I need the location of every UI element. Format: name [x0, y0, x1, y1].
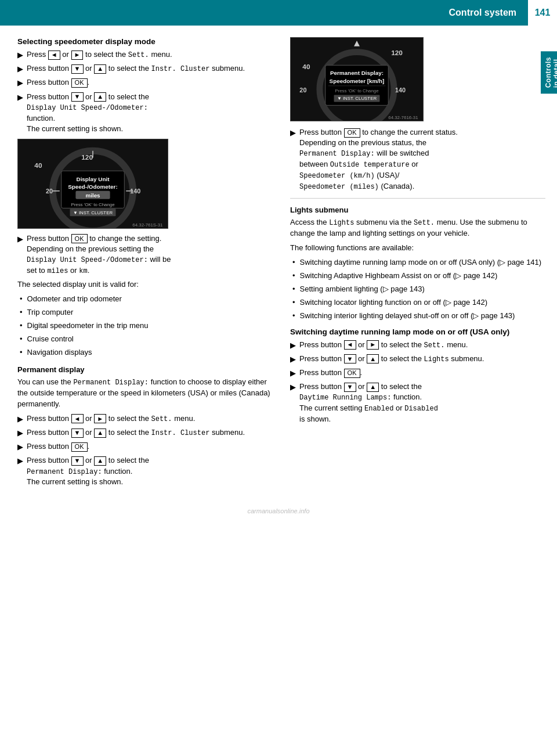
perm-step-3: ▶ Press button OK.: [17, 441, 273, 452]
lights-bullet-5-text: Switching interior lighting delayed shut…: [300, 311, 515, 321]
svg-text:40: 40: [302, 63, 310, 71]
valid-text: The selected display unit is valid for:: [17, 279, 273, 290]
btn-ok-r[interactable]: OK: [344, 128, 360, 138]
dot-icon: •: [292, 311, 295, 321]
btn-right-d[interactable]: ►: [367, 340, 379, 350]
btn-up-p[interactable]: ▲: [94, 429, 106, 438]
perm-step-2-text: Press button ▼ or ▲ to select the Instr.…: [27, 427, 245, 438]
arrow-icon: ▶: [17, 428, 23, 438]
svg-text:▼ INST. CLUSTER: ▼ INST. CLUSTER: [337, 96, 377, 101]
btn-down-d4[interactable]: ▼: [344, 383, 356, 392]
step-3-text: Press button OK.: [27, 77, 89, 88]
svg-text:20: 20: [46, 188, 53, 195]
svg-text:miles: miles: [85, 192, 100, 199]
svg-text:64.32-7616-31: 64.32-7616-31: [388, 115, 418, 120]
svg-text:20: 20: [299, 87, 306, 93]
section-daytime: Switching daytime running lamp mode on o…: [290, 327, 545, 425]
mono-speedo-miles: Speedometer (miles): [299, 183, 379, 191]
btn-down-1[interactable]: ▼: [71, 64, 84, 74]
step-5: ▶ Press button OK to change the setting.…: [17, 233, 273, 276]
daytime-step-3: ▶ Press button OK.: [290, 368, 545, 379]
dot-icon: •: [20, 347, 23, 358]
perm-step-3-text: Press button OK.: [27, 441, 89, 452]
mono-miles: miles: [47, 267, 68, 275]
lights-intro: Access the Lights submenu via the Sett. …: [290, 217, 545, 239]
btn-down-2[interactable]: ▼: [71, 92, 84, 102]
daytime-step-1-text: Press button ◄ or ► to select the Sett. …: [299, 340, 468, 351]
btn-ok-1[interactable]: OK: [71, 78, 88, 88]
dot-icon: •: [292, 284, 295, 294]
side-tab-label: Controls in detail: [541, 51, 557, 93]
btn-down-d[interactable]: ▼: [344, 354, 356, 363]
daytime-step-2: ▶ Press button ▼ or ▲ to select the Ligh…: [290, 354, 545, 365]
btn-down-p[interactable]: ▼: [71, 429, 84, 438]
lights-bullet-2: • Switching Adaptive Highbeam Assist on …: [290, 271, 545, 281]
btn-ok-p[interactable]: OK: [71, 442, 88, 452]
lights-bullet-1-text: Switching daytime running lamp mode on o…: [300, 257, 542, 268]
arrow-icon: ▶: [290, 354, 296, 365]
step-1-text: Press ◄ or ► to select the Sett. menu.: [27, 49, 172, 60]
step-4-text: Press button ▼ or ▲ to select the Displa…: [27, 92, 149, 134]
mono-instr-p: Instr. Cluster: [151, 429, 210, 437]
mono-sett-p: Sett.: [151, 415, 172, 423]
svg-text:Permanent Display:: Permanent Display:: [330, 70, 384, 76]
arrow-icon: ▶: [17, 64, 23, 74]
step-2: ▶ Press button ▼ or ▲ to select the Inst…: [17, 63, 273, 74]
step-2-text: Press button ▼ or ▲ to select the Instr.…: [27, 63, 245, 74]
lights-heading: Lights submenu: [290, 206, 545, 214]
svg-marker-17: [354, 41, 360, 46]
arrow-icon: ▶: [17, 456, 23, 466]
btn-up-2[interactable]: ▲: [94, 92, 106, 102]
bullet-nav-text: Navigation displays: [27, 347, 92, 358]
arrow-icon: ▶: [290, 382, 296, 393]
btn-right-1[interactable]: ►: [71, 51, 84, 60]
mono-km: km: [79, 267, 87, 275]
btn-left-1[interactable]: ◄: [48, 51, 60, 60]
btn-ok-2[interactable]: OK: [71, 234, 88, 243]
bullet-digital-speedo: • Digital speedometer in the trip menu: [17, 321, 273, 331]
section-permanent-display: Permanent display You can use the Perman…: [17, 365, 273, 488]
bullet-digital-speedo-text: Digital speedometer in the trip menu: [27, 321, 149, 331]
btn-left-d[interactable]: ◄: [344, 340, 356, 350]
btn-left-p1[interactable]: ◄: [71, 414, 84, 423]
btn-up-1[interactable]: ▲: [94, 64, 106, 74]
svg-text:▼ INST. CLUSTER: ▼ INST. CLUSTER: [73, 210, 113, 215]
lights-bullet-4-text: Switching locator lighting function on o…: [300, 297, 487, 308]
bullet-nav: • Navigation displays: [17, 347, 273, 358]
dot-icon: •: [292, 257, 295, 268]
section-speedometer: Selecting speedometer display mode ▶ Pre…: [17, 37, 273, 358]
arrow-icon: ▶: [17, 50, 23, 60]
svg-text:64.32-761S-31: 64.32-761S-31: [132, 222, 162, 228]
dot-icon: •: [20, 321, 23, 331]
svg-text:140: 140: [395, 87, 406, 93]
btn-right-p1[interactable]: ►: [94, 414, 106, 423]
arrow-icon: ▶: [290, 128, 296, 138]
svg-text:40: 40: [34, 161, 42, 170]
svg-text:Display Unit: Display Unit: [77, 176, 110, 182]
header-title: Control system: [449, 8, 516, 18]
mono-display-unit: Display Unit Speed-/Odometer:: [27, 104, 148, 112]
mono-daytime-lamps: Daytime Running Lamps:: [299, 394, 391, 402]
lights-bullet-1: • Switching daytime running lamp mode on…: [290, 257, 545, 268]
right-after-image-text: Press button OK to change the current st…: [299, 127, 458, 192]
btn-up-d[interactable]: ▲: [367, 354, 379, 363]
arrow-icon: ▶: [17, 442, 23, 452]
bullet-cruise-text: Cruise control: [27, 334, 74, 344]
btn-up-p4[interactable]: ▲: [94, 456, 106, 466]
page-number: 141: [528, 0, 557, 26]
section-divider: [290, 198, 545, 199]
arrow-icon: ▶: [17, 414, 23, 424]
btn-down-p4[interactable]: ▼: [71, 456, 84, 466]
main-content: Selecting speedometer display mode ▶ Pre…: [0, 26, 557, 502]
bullet-trip: • Trip computer: [17, 307, 273, 318]
bullet-odometer-text: Odometer and trip odometer: [27, 294, 122, 304]
btn-ok-d[interactable]: OK: [344, 369, 360, 378]
perm-step-1: ▶ Press button ◄ or ► to select the Sett…: [17, 413, 273, 424]
lights-bullet-3: • Setting ambient lighting (▷ page 143): [290, 284, 545, 294]
arrow-icon: ▶: [17, 92, 23, 103]
mono-disabled: Disabled: [404, 405, 438, 413]
perm-step-4: ▶ Press button ▼ or ▲ to select the Perm…: [17, 455, 273, 487]
daytime-heading: Switching daytime running lamp mode on o…: [290, 327, 545, 336]
btn-up-d4[interactable]: ▲: [367, 383, 379, 392]
dot-icon: •: [292, 271, 295, 281]
